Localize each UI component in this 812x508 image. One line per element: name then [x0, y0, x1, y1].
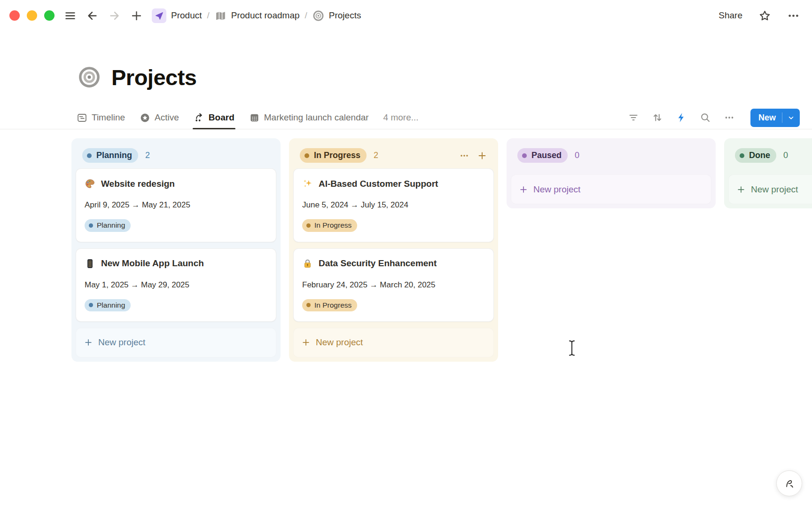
plus-icon: [84, 338, 93, 347]
tab-board[interactable]: Board: [194, 106, 234, 129]
column-name: Planning: [96, 150, 132, 161]
column-status-chip[interactable]: In Progress: [300, 148, 367, 163]
column-count: 2: [374, 151, 378, 160]
tab-timeline[interactable]: Timeline: [77, 106, 125, 129]
breadcrumb-separator: /: [305, 10, 307, 21]
card-date-range: June 5, 2024 → July 15, 2024: [302, 200, 485, 210]
plus-icon: [736, 185, 746, 194]
column-name: Paused: [531, 150, 562, 161]
back-arrow-icon[interactable]: [85, 8, 99, 23]
filter-icon[interactable]: [628, 112, 639, 123]
status-dot: [740, 153, 744, 158]
column-status-chip[interactable]: Done: [735, 148, 776, 163]
new-project-label: New project: [98, 337, 145, 348]
status-dot: [522, 153, 527, 158]
breadcrumb: Product / Product roadmap / Projects: [149, 7, 364, 25]
assistant-fab-button[interactable]: [776, 470, 802, 496]
sort-icon[interactable]: [652, 112, 663, 123]
board-column-planning: Planning2Website redesignApril 9, 2025 →…: [71, 138, 281, 362]
new-project-button[interactable]: New project: [293, 328, 494, 357]
timeline-icon: [77, 112, 87, 123]
project-card[interactable]: AI-Based Customer SupportJune 5, 2024 → …: [293, 168, 494, 242]
page-more-icon[interactable]: [787, 9, 800, 22]
tab-more-views[interactable]: 4 more...: [383, 106, 419, 129]
column-add-icon[interactable]: [477, 151, 487, 161]
project-card[interactable]: Data Security EnhancementFebruary 24, 20…: [293, 248, 494, 322]
card-date-range: February 24, 2025 → March 20, 2025: [302, 280, 485, 290]
card-status-label: Planning: [97, 301, 125, 310]
breadcrumb-label: Projects: [329, 10, 361, 21]
traffic-lights: [9, 10, 55, 21]
calendar-icon: [249, 112, 260, 123]
mobile-phone-icon: [85, 258, 95, 269]
chevron-down-icon[interactable]: [782, 114, 800, 122]
new-page-plus-icon[interactable]: [129, 8, 143, 23]
status-dot: [306, 303, 311, 307]
status-dot: [87, 153, 92, 158]
card-status-chip: In Progress: [302, 219, 357, 231]
tab-active[interactable]: Active: [140, 106, 179, 129]
column-more-icon[interactable]: [459, 151, 469, 161]
breadcrumb-separator: /: [207, 10, 209, 21]
close-window-button[interactable]: [9, 10, 20, 21]
new-button[interactable]: New: [750, 109, 800, 127]
column-name: Done: [749, 150, 770, 161]
plus-icon: [301, 338, 311, 347]
text-ibeam-cursor: [568, 340, 576, 357]
project-card[interactable]: New Mobile App LaunchMay 1, 2025 → May 2…: [76, 248, 276, 322]
status-dot: [89, 223, 93, 228]
forward-arrow-icon[interactable]: [107, 8, 121, 23]
view-more-icon[interactable]: [724, 112, 735, 123]
breadcrumb-label: Product roadmap: [231, 10, 300, 21]
window-titlebar: Product / Product roadmap / Projects Sha…: [0, 0, 812, 31]
breadcrumb-item-product-roadmap[interactable]: Product roadmap: [212, 8, 303, 24]
card-title: Data Security Enhancement: [319, 258, 437, 269]
new-project-button[interactable]: New project: [76, 328, 276, 357]
column-header: Done0: [728, 143, 812, 168]
page-target-icon[interactable]: [78, 65, 101, 89]
board-icon: [194, 112, 204, 123]
card-status-chip: Planning: [85, 219, 131, 231]
product-page-icon: [152, 8, 166, 23]
column-header: In Progress2: [293, 143, 494, 168]
breadcrumb-label: Product: [171, 10, 202, 21]
automation-bolt-icon[interactable]: [676, 112, 687, 123]
board-column-in-progress: In Progress2AI-Based Customer SupportJun…: [289, 138, 498, 362]
card-title: Website redesign: [101, 179, 175, 189]
project-card[interactable]: Website redesignApril 9, 2025 → May 21, …: [76, 168, 276, 242]
status-dot: [89, 303, 93, 307]
target-icon: [312, 10, 324, 22]
breadcrumb-item-product[interactable]: Product: [149, 7, 204, 25]
new-project-button[interactable]: New project: [728, 175, 812, 204]
card-status-label: Planning: [97, 221, 125, 230]
card-title: New Mobile App Launch: [101, 258, 204, 269]
sparkles-icon: [302, 178, 313, 189]
new-project-button[interactable]: New project: [511, 175, 711, 204]
scribble-face-icon: [782, 476, 796, 491]
card-status-label: In Progress: [314, 301, 351, 310]
lock-icon: [302, 258, 313, 269]
view-tabs-bar: Timeline Active Board Marketing launch c…: [0, 106, 812, 129]
column-name: In Progress: [314, 150, 360, 161]
kanban-board: Planning2Website redesignApril 9, 2025 →…: [0, 138, 812, 362]
favorite-star-icon[interactable]: [758, 9, 771, 22]
column-status-chip[interactable]: Paused: [517, 148, 568, 163]
minimize-window-button[interactable]: [27, 10, 37, 21]
zoom-window-button[interactable]: [44, 10, 55, 21]
page-title[interactable]: Projects: [111, 64, 196, 90]
card-date-range: May 1, 2025 → May 29, 2025: [85, 280, 267, 290]
status-dot: [304, 153, 309, 158]
active-icon: [140, 112, 150, 123]
new-project-label: New project: [316, 337, 363, 348]
share-button[interactable]: Share: [718, 10, 742, 21]
tab-marketing-launch-calendar[interactable]: Marketing launch calendar: [249, 106, 369, 129]
search-icon[interactable]: [700, 112, 711, 123]
card-date-range: April 9, 2025 → May 21, 2025: [85, 200, 267, 210]
column-status-chip[interactable]: Planning: [82, 148, 138, 163]
sidebar-menu-icon[interactable]: [63, 8, 77, 23]
board-column-paused: Paused0New project: [507, 138, 716, 208]
new-project-label: New project: [751, 184, 798, 195]
card-status-chip: Planning: [85, 299, 131, 311]
breadcrumb-item-projects[interactable]: Projects: [310, 8, 364, 24]
column-count: 0: [783, 151, 788, 160]
